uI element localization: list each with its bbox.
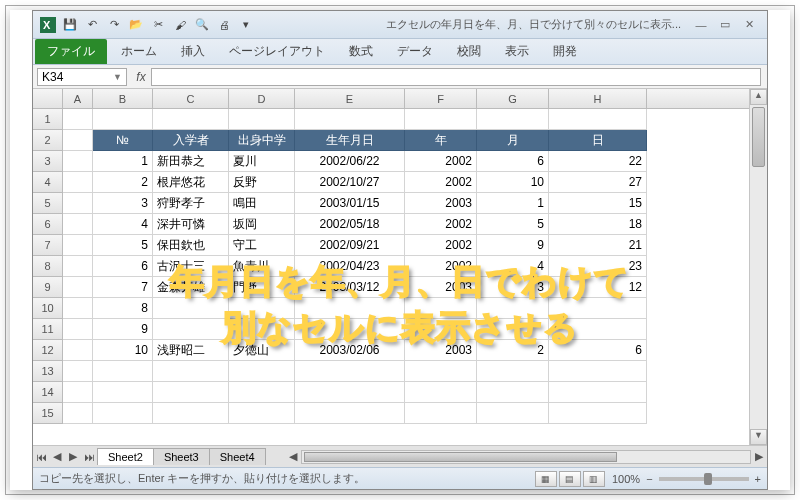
maximize-icon[interactable]: ▭ [713, 18, 737, 31]
cell[interactable] [63, 298, 93, 319]
column-header[interactable]: D [229, 89, 295, 108]
cell[interactable]: 2003 [405, 193, 477, 214]
cell[interactable] [63, 277, 93, 298]
cell[interactable]: 入学者 [153, 130, 229, 151]
cell[interactable]: 9 [477, 235, 549, 256]
column-header[interactable]: C [153, 89, 229, 108]
brush-icon[interactable]: 🖌 [171, 16, 189, 34]
cell[interactable]: 3 [477, 277, 549, 298]
cell[interactable] [405, 109, 477, 130]
column-header[interactable]: H [549, 89, 647, 108]
row-header[interactable]: 14 [33, 382, 63, 403]
cell[interactable]: 2003/02/06 [295, 340, 405, 361]
cut-icon[interactable]: ✂ [149, 16, 167, 34]
cell[interactable] [153, 361, 229, 382]
cell[interactable] [295, 382, 405, 403]
row-header[interactable]: 10 [33, 298, 63, 319]
tab-review[interactable]: 校閲 [445, 39, 493, 64]
minimize-icon[interactable]: — [689, 19, 713, 31]
fx-icon[interactable]: fx [131, 70, 151, 84]
select-all-corner[interactable] [33, 89, 63, 108]
row-header[interactable]: 9 [33, 277, 63, 298]
cell[interactable]: 6 [477, 151, 549, 172]
cell[interactable]: 守工 [229, 235, 295, 256]
cell[interactable] [63, 130, 93, 151]
sheet-nav-first-icon[interactable]: ⏮ [33, 451, 49, 463]
cell[interactable]: 金森芳雄 [153, 277, 229, 298]
vertical-scrollbar[interactable]: ▲ ▼ [749, 89, 767, 445]
cell[interactable] [229, 361, 295, 382]
row-header[interactable]: 7 [33, 235, 63, 256]
row-header[interactable]: 6 [33, 214, 63, 235]
tab-layout[interactable]: ページレイアウト [217, 39, 337, 64]
cell[interactable]: 10 [477, 172, 549, 193]
row-header[interactable]: 1 [33, 109, 63, 130]
row-header[interactable]: 8 [33, 256, 63, 277]
cell[interactable]: 22 [549, 151, 647, 172]
save-icon[interactable]: 💾 [61, 16, 79, 34]
cell[interactable]: 5 [93, 235, 153, 256]
cell[interactable]: 18 [549, 214, 647, 235]
cell[interactable] [549, 403, 647, 424]
cell[interactable] [153, 298, 229, 319]
cell[interactable] [63, 235, 93, 256]
cell[interactable]: 3 [93, 193, 153, 214]
cell[interactable] [229, 298, 295, 319]
tab-file[interactable]: ファイル [35, 39, 107, 64]
cell[interactable]: 魚青川 [229, 256, 295, 277]
cell[interactable]: 5 [477, 214, 549, 235]
cell[interactable] [295, 361, 405, 382]
cell[interactable]: 2003/01/15 [295, 193, 405, 214]
cell[interactable]: 2002 [405, 172, 477, 193]
cell[interactable]: 生年月日 [295, 130, 405, 151]
cell[interactable]: 2002/10/27 [295, 172, 405, 193]
cell[interactable]: 深井可憐 [153, 214, 229, 235]
chevron-down-icon[interactable]: ▾ [237, 16, 255, 34]
cell[interactable] [477, 403, 549, 424]
cell[interactable]: 2002 [405, 235, 477, 256]
scroll-right-icon[interactable]: ▶ [751, 450, 767, 463]
sheet-tab[interactable]: Sheet3 [153, 448, 210, 465]
open-icon[interactable]: 📂 [127, 16, 145, 34]
column-header[interactable]: B [93, 89, 153, 108]
cell[interactable]: 浅野昭二 [153, 340, 229, 361]
scroll-thumb[interactable] [304, 452, 618, 462]
cell[interactable]: 2002/05/18 [295, 214, 405, 235]
cell[interactable]: 1 [477, 193, 549, 214]
cell[interactable] [477, 298, 549, 319]
cell[interactable]: 6 [549, 340, 647, 361]
name-box[interactable]: K34 ▼ [37, 68, 127, 86]
cell[interactable]: 2003/03/12 [295, 277, 405, 298]
cell[interactable]: 2002 [405, 151, 477, 172]
cell[interactable] [477, 361, 549, 382]
cell[interactable]: 2002/09/21 [295, 235, 405, 256]
column-header[interactable]: G [477, 89, 549, 108]
cell[interactable] [549, 298, 647, 319]
cell[interactable] [153, 382, 229, 403]
sheet-nav-last-icon[interactable]: ⏭ [81, 451, 97, 463]
cell[interactable] [63, 193, 93, 214]
cell[interactable]: 2 [477, 340, 549, 361]
zoom-slider[interactable] [659, 477, 749, 481]
cell[interactable] [477, 109, 549, 130]
cell[interactable] [549, 109, 647, 130]
cell[interactable]: 新田恭之 [153, 151, 229, 172]
row-header[interactable]: 3 [33, 151, 63, 172]
cell[interactable]: 門野 [229, 277, 295, 298]
row-header[interactable]: 2 [33, 130, 63, 151]
cell[interactable]: № [93, 130, 153, 151]
scroll-thumb[interactable] [752, 107, 765, 167]
sheet-nav-next-icon[interactable]: ▶ [65, 450, 81, 463]
cell[interactable] [477, 382, 549, 403]
cell[interactable]: 根岸悠花 [153, 172, 229, 193]
cell[interactable] [153, 109, 229, 130]
cell[interactable]: 2002 [405, 256, 477, 277]
chevron-down-icon[interactable]: ▼ [113, 72, 122, 82]
cell[interactable]: 2002 [405, 214, 477, 235]
cell[interactable] [405, 403, 477, 424]
column-header[interactable]: E [295, 89, 405, 108]
cell[interactable] [295, 298, 405, 319]
cell[interactable]: 坂岡 [229, 214, 295, 235]
close-icon[interactable]: ✕ [737, 18, 761, 31]
cell[interactable] [549, 361, 647, 382]
